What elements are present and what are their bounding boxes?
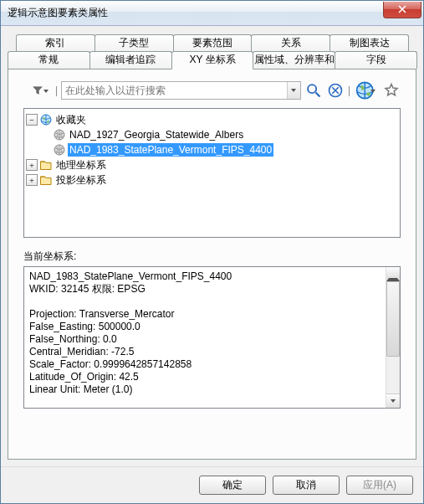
star-icon	[383, 82, 400, 99]
expand-icon[interactable]: +	[26, 159, 38, 171]
tree-label: 收藏夹	[54, 112, 88, 128]
tab-editor-tracking[interactable]: 编辑者追踪	[89, 51, 172, 69]
tab-row-back: 索引 子类型 要素范围 关系 制图表达	[16, 34, 408, 52]
tree-label-selected: NAD_1983_StatePlane_Vermont_FIPS_4400	[68, 143, 273, 157]
tree-label: 地理坐标系	[54, 157, 108, 173]
scroll-up[interactable]	[386, 267, 400, 281]
scroll-down[interactable]	[386, 393, 400, 408]
tab-row-front: 常规 编辑者追踪 XY 坐标系 属性域、分辨率和容差 字段	[8, 51, 416, 69]
globe-tool-button[interactable]	[354, 81, 379, 100]
scrollbar[interactable]	[386, 267, 400, 408]
search-dropdown-arrow[interactable]	[287, 82, 300, 99]
tree-item[interactable]: NAD_1983_StatePlane_Vermont_FIPS_4400	[26, 142, 398, 157]
search-combo[interactable]	[61, 81, 301, 100]
tree-label: NAD_1927_Georgia_Statewide_Albers	[68, 128, 245, 141]
search-icon	[305, 82, 322, 99]
globe-icon	[355, 79, 378, 102]
window-title: 逻辑示意图要素类属性	[8, 6, 383, 20]
scroll-thumb[interactable]	[386, 281, 400, 357]
apply-button[interactable]: 应用(A)	[346, 476, 413, 495]
tree-folder-geographic[interactable]: + 地理坐标系	[26, 157, 398, 172]
filter-button[interactable]	[23, 81, 52, 100]
funnel-icon	[32, 85, 43, 96]
globe-icon	[39, 113, 53, 126]
tab-fields[interactable]: 字段	[335, 51, 417, 69]
toolbar-separator-2: |	[348, 85, 350, 96]
close-button[interactable]	[383, 2, 421, 18]
folder-icon	[39, 158, 53, 172]
cancel-button[interactable]: 取消	[273, 476, 340, 495]
titlebar[interactable]: 逻辑示意图要素类属性	[1, 1, 423, 26]
expand-icon[interactable]: +	[26, 174, 38, 186]
tab-representation[interactable]: 制图表达	[329, 34, 409, 52]
tab-domain-resolution[interactable]: 属性域、分辨率和容差	[253, 51, 335, 69]
tree-label: 投影坐标系	[54, 172, 108, 188]
star-button[interactable]	[382, 81, 401, 100]
tab-relation[interactable]: 关系	[251, 34, 330, 52]
clear-button[interactable]	[326, 81, 345, 100]
footer: 确定 取消 应用(A)	[1, 466, 423, 503]
tab-extent[interactable]: 要素范围	[173, 34, 253, 52]
current-crs-box: NAD_1983_StatePlane_Vermont_FIPS_4400 WK…	[23, 266, 401, 409]
tree-root-favorites[interactable]: − 收藏夹	[26, 112, 398, 127]
dialog-window: 逻辑示意图要素类属性 索引 子类型 要素范围 关系 制图表达 常规 编辑者追踪 …	[0, 0, 424, 504]
tab-panel: | |	[8, 69, 416, 460]
clear-icon	[327, 82, 344, 99]
globe-icon	[53, 143, 66, 157]
current-crs-label: 当前坐标系:	[23, 249, 401, 264]
tab-xy-coordinate[interactable]: XY 坐标系	[171, 51, 254, 69]
tab-index[interactable]: 索引	[16, 34, 95, 52]
toolbar-separator: |	[55, 85, 58, 96]
content-area: 索引 子类型 要素范围 关系 制图表达 常规 编辑者追踪 XY 坐标系 属性域、…	[1, 26, 423, 466]
tab-container: 索引 子类型 要素范围 关系 制图表达 常规 编辑者追踪 XY 坐标系 属性域、…	[8, 34, 416, 69]
collapse-icon[interactable]: −	[26, 114, 38, 126]
toolbar: | |	[23, 81, 401, 100]
coordinate-tree[interactable]: − 收藏夹 NAD_1927_Georgia_Statewide_Albers …	[23, 108, 401, 238]
ok-button[interactable]: 确定	[199, 476, 266, 495]
search-input[interactable]	[62, 85, 287, 96]
svg-point-0	[308, 85, 316, 93]
tree-item[interactable]: NAD_1927_Georgia_Statewide_Albers	[26, 127, 398, 142]
globe-icon	[53, 128, 66, 141]
tab-general[interactable]: 常规	[8, 51, 90, 69]
tree-folder-projected[interactable]: + 投影坐标系	[26, 172, 398, 188]
search-button[interactable]	[304, 81, 323, 100]
current-crs-text[interactable]: NAD_1983_StatePlane_Vermont_FIPS_4400 WK…	[24, 267, 386, 408]
folder-icon	[39, 173, 53, 187]
tab-subtype[interactable]: 子类型	[95, 34, 174, 52]
